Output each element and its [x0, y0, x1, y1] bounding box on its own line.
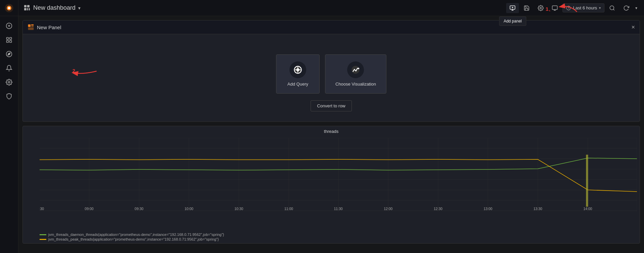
- new-panel-header: New Panel ×: [23, 20, 640, 34]
- svg-text:10:00: 10:00: [184, 207, 194, 211]
- sidebar-item-alerting[interactable]: [0, 61, 18, 75]
- svg-rect-9: [10, 41, 12, 43]
- svg-text:13:00: 13:00: [484, 207, 493, 211]
- legend-color-daemon: [40, 234, 46, 235]
- sidebar-item-configuration[interactable]: [0, 75, 18, 89]
- new-panel-icon: [28, 24, 34, 31]
- time-range-chevron: ▾: [599, 6, 601, 10]
- svg-rect-34: [28, 28, 34, 30]
- main-content: New dashboard ▾ Add panel: [18, 0, 644, 253]
- svg-text:11:00: 11:00: [284, 207, 293, 211]
- legend-item-peak: jvm_threads_peak_threads{application="pr…: [40, 237, 623, 241]
- tv-mode-button[interactable]: [548, 3, 561, 13]
- add-query-icon-circle: [289, 61, 306, 78]
- sidebar-item-create[interactable]: [0, 19, 18, 33]
- svg-text:11:30: 11:30: [334, 207, 343, 211]
- svg-rect-13: [24, 5, 26, 7]
- new-panel-dialog: New Panel × 2、: [22, 20, 640, 122]
- svg-text:10:30: 10:30: [234, 207, 244, 211]
- svg-rect-17: [29, 8, 30, 10]
- svg-rect-33: [31, 26, 34, 27]
- svg-point-28: [610, 6, 614, 10]
- new-panel-title: New Panel: [37, 24, 61, 30]
- topnav: New dashboard ▾ Add panel: [18, 0, 644, 16]
- legend-item-daemon: jvm_threads_daemon_threads{application="…: [40, 233, 623, 237]
- sidebar-item-shield[interactable]: [0, 89, 18, 103]
- search-button[interactable]: [606, 3, 619, 13]
- annotation-2-label: 2、: [72, 68, 80, 74]
- choose-vis-icon-circle: [347, 61, 364, 78]
- time-range-picker[interactable]: Last 6 hours ▾: [562, 3, 604, 12]
- annotation-2-arrow: [50, 54, 110, 88]
- chart-svg: 15 16 17 18 19 20 21 08:30 09:00 09:30 1…: [40, 138, 637, 212]
- add-query-label: Add Query: [287, 82, 308, 87]
- time-range-label: Last 6 hours: [573, 5, 597, 10]
- svg-rect-7: [10, 38, 12, 40]
- svg-rect-83: [586, 155, 588, 207]
- refresh-button[interactable]: [620, 3, 633, 13]
- svg-point-23: [540, 7, 542, 9]
- chart-container: 15 16 17 18 19 20 21 08:30 09:00 09:30 1…: [23, 137, 640, 231]
- svg-rect-16: [27, 8, 28, 10]
- svg-rect-8: [7, 41, 9, 43]
- svg-rect-14: [27, 5, 30, 7]
- grafana-logo[interactable]: [0, 0, 18, 16]
- save-dashboard-button[interactable]: [520, 3, 533, 13]
- new-panel-title-row: New Panel: [28, 24, 61, 31]
- dashboard-grid-icon: [24, 5, 31, 11]
- svg-rect-24: [552, 6, 557, 9]
- svg-point-12: [8, 82, 10, 83]
- query-icon: [293, 65, 303, 74]
- svg-rect-32: [31, 24, 34, 26]
- svg-rect-31: [28, 24, 31, 27]
- topnav-actions: Add panel: [506, 3, 639, 13]
- svg-marker-11: [8, 53, 10, 55]
- zoom-dropdown[interactable]: ▾: [634, 4, 639, 12]
- dashboard-title: New dashboard ▾: [33, 4, 80, 11]
- svg-text:14:00: 14:00: [583, 207, 592, 211]
- visualization-icon: [351, 65, 360, 74]
- choose-visualization-button[interactable]: Choose Visualization: [325, 54, 386, 94]
- svg-point-43: [352, 66, 360, 73]
- dashboard-content: New Panel × 2、: [18, 16, 644, 253]
- new-panel-close-button[interactable]: ×: [631, 24, 635, 30]
- convert-to-row-button[interactable]: Convert to row: [311, 100, 352, 111]
- add-panel-wrapper: Add panel: [506, 3, 519, 13]
- svg-rect-15: [24, 8, 26, 10]
- panel-options: Add Query Choose Visualization: [276, 54, 386, 94]
- svg-rect-6: [7, 38, 9, 40]
- chart-panel: threads: [22, 126, 640, 244]
- svg-point-38: [297, 69, 299, 71]
- sidebar: [0, 0, 18, 253]
- legend-label-peak: jvm_threads_peak_threads{application="pr…: [48, 237, 219, 241]
- svg-text:08:30: 08:30: [40, 207, 44, 211]
- add-panel-button[interactable]: [506, 3, 519, 13]
- svg-text:12:00: 12:00: [384, 207, 393, 211]
- svg-line-29: [613, 9, 614, 10]
- legend-label-daemon: jvm_threads_daemon_threads{application="…: [48, 233, 224, 237]
- legend-color-peak: [40, 239, 46, 240]
- new-panel-body: 2、: [23, 34, 640, 121]
- sidebar-item-dashboards[interactable]: [0, 33, 18, 47]
- svg-text:12:30: 12:30: [434, 207, 443, 211]
- add-query-button[interactable]: Add Query: [276, 54, 320, 94]
- svg-text:13:30: 13:30: [533, 207, 542, 211]
- dashboard-title-text: New dashboard: [33, 4, 75, 11]
- svg-text:09:00: 09:00: [85, 207, 94, 211]
- svg-point-2: [8, 7, 10, 9]
- title-dropdown-chevron[interactable]: ▾: [78, 5, 80, 11]
- svg-text:09:30: 09:30: [135, 207, 144, 211]
- chart-title: threads: [23, 126, 640, 137]
- choose-vis-label: Choose Visualization: [335, 82, 376, 87]
- chart-legend: jvm_threads_daemon_threads{application="…: [23, 231, 640, 243]
- sidebar-item-explore[interactable]: [0, 47, 18, 61]
- settings-button[interactable]: [534, 3, 547, 13]
